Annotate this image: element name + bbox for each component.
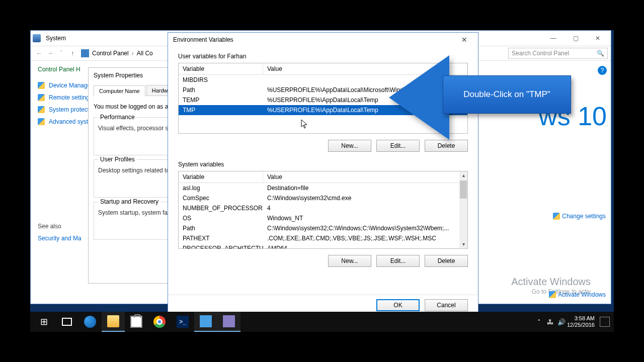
clock-date: 12/25/2016 bbox=[567, 322, 595, 328]
chevron-right-icon: › bbox=[132, 50, 134, 57]
table-row[interactable]: ComSpecC:\Windows\system32\cmd.exe bbox=[179, 193, 467, 203]
col-variable[interactable]: Variable bbox=[179, 171, 263, 183]
link-label: Change settings bbox=[562, 213, 606, 220]
taskbar-app1[interactable] bbox=[194, 312, 217, 332]
nav-back-icon[interactable]: ← bbox=[34, 50, 45, 57]
taskbar: ⊞ >_ ˄ 🖧 🔊 3:58 AM 12/25/2016 bbox=[30, 312, 614, 332]
cancel-button[interactable]: Cancel bbox=[425, 299, 468, 311]
user-vars-body[interactable]: MIBDIRSPath%USERPROFILE%\AppData\Local\M… bbox=[179, 75, 467, 133]
user-edit-button[interactable]: Edit... bbox=[376, 140, 420, 152]
sys-delete-button[interactable]: Delete bbox=[425, 255, 468, 267]
breadcrumb-1[interactable]: Control Panel bbox=[92, 50, 129, 57]
cell-value: C:\Windows\system32\cmd.exe bbox=[263, 194, 467, 202]
scroll-down-icon[interactable]: ▾ bbox=[462, 240, 465, 248]
close-button[interactable]: ✕ bbox=[587, 31, 609, 45]
sys-vars-body[interactable]: asl.logDestination=fileComSpecC:\Windows… bbox=[179, 183, 467, 248]
scrollbar[interactable]: ▴ ▾ bbox=[459, 171, 467, 248]
taskbar-app2[interactable] bbox=[217, 312, 240, 332]
maximize-button[interactable]: ▢ bbox=[565, 31, 587, 45]
help-icon[interactable]: ? bbox=[598, 66, 607, 75]
store-icon bbox=[130, 316, 142, 328]
taskbar-store[interactable] bbox=[125, 312, 148, 332]
shield-icon bbox=[38, 94, 45, 101]
table-row[interactable]: MIBDIRS bbox=[179, 75, 467, 85]
sys-new-button[interactable]: New... bbox=[328, 255, 371, 267]
taskbar-clock[interactable]: 3:58 AM 12/25/2016 bbox=[567, 315, 595, 328]
table-header: Variable Value bbox=[179, 63, 467, 75]
table-row[interactable]: NUMBER_OF_PROCESSORS4 bbox=[179, 203, 467, 213]
cell-value: %USERPROFILE%\AppData\Local\Temp bbox=[263, 106, 467, 114]
link-label: Activate Windows bbox=[558, 291, 606, 298]
start-button[interactable]: ⊞ bbox=[32, 312, 55, 332]
table-row[interactable]: Path%USERPROFILE%\AppData\Local\Microsof… bbox=[179, 85, 467, 95]
taskview-button[interactable] bbox=[55, 312, 78, 332]
cell-value: .COM;.EXE;.BAT;.CMD;.VBS;.VBE;.JS;.JSE;.… bbox=[263, 234, 467, 242]
table-row[interactable]: PROCESSOR_ARCHITECTUREAMD64 bbox=[179, 243, 467, 248]
table-row[interactable]: TMP%USERPROFILE%\AppData\Local\Temp bbox=[179, 105, 467, 115]
col-variable[interactable]: Variable bbox=[179, 63, 263, 74]
table-header: Variable Value bbox=[179, 171, 467, 183]
scroll-up-icon[interactable]: ▴ bbox=[462, 171, 465, 179]
cell-variable: PATHEXT bbox=[179, 234, 263, 242]
activate-link[interactable]: Activate Windows bbox=[549, 291, 606, 298]
table-row[interactable]: TEMP%USERPROFILE%\AppData\Local\Temp bbox=[179, 95, 467, 105]
cell-variable: Path bbox=[179, 86, 263, 94]
user-delete-button[interactable]: Delete bbox=[425, 140, 468, 152]
taskbar-chrome[interactable] bbox=[148, 312, 171, 332]
sys-vars-label: System variables bbox=[178, 161, 468, 168]
cell-variable: ComSpec bbox=[179, 194, 263, 202]
legend-performance: Performance bbox=[98, 114, 137, 121]
mouse-cursor-icon bbox=[301, 120, 308, 129]
sidebar-item-label: Device Manager bbox=[49, 82, 93, 89]
address-icon bbox=[81, 49, 89, 57]
table-row[interactable]: asl.logDestination=file bbox=[179, 183, 467, 193]
volume-icon[interactable]: 🔊 bbox=[556, 318, 567, 326]
user-new-button[interactable]: New... bbox=[328, 140, 371, 152]
breadcrumb-2[interactable]: All Co bbox=[137, 50, 153, 57]
change-settings-link[interactable]: Change settings bbox=[553, 213, 606, 220]
nav-forward-icon[interactable]: → bbox=[45, 50, 56, 57]
edge-icon bbox=[84, 316, 96, 328]
cell-variable: OS bbox=[179, 214, 263, 222]
scroll-thumb[interactable] bbox=[460, 180, 467, 199]
cell-variable: PROCESSOR_ARCHITECTURE bbox=[179, 244, 263, 248]
table-row[interactable]: OSWindows_NT bbox=[179, 213, 467, 223]
tray-overflow-icon[interactable]: ˄ bbox=[534, 318, 545, 326]
cell-value: AMD64 bbox=[263, 244, 467, 248]
sys-edit-button[interactable]: Edit... bbox=[376, 255, 420, 267]
table-row[interactable]: PATHEXT.COM;.EXE;.BAT;.CMD;.VBS;.VBE;.JS… bbox=[179, 233, 467, 243]
system-icon bbox=[33, 34, 41, 42]
col-value[interactable]: Value bbox=[263, 63, 467, 74]
taskbar-explorer[interactable] bbox=[102, 312, 125, 332]
sidebar-item-label: Security and Ma bbox=[38, 235, 82, 242]
taskbar-powershell[interactable]: >_ bbox=[171, 312, 194, 332]
shield-icon bbox=[38, 106, 45, 113]
cell-variable: TMP bbox=[179, 106, 263, 114]
col-value[interactable]: Value bbox=[263, 171, 467, 183]
tab-computer-name[interactable]: Computer Name bbox=[94, 85, 145, 96]
legend-startup: Startup and Recovery bbox=[98, 198, 160, 205]
env-title: Environment Variables bbox=[173, 36, 233, 43]
minimize-button[interactable]: — bbox=[542, 31, 565, 45]
cell-variable: asl.log bbox=[179, 184, 263, 192]
close-button[interactable]: ✕ bbox=[456, 36, 473, 44]
user-vars-table: Variable Value MIBDIRSPath%USERPROFILE%\… bbox=[178, 63, 468, 134]
sys-vars-table: Variable Value asl.logDestination=fileCo… bbox=[178, 171, 468, 249]
ok-button[interactable]: OK bbox=[376, 299, 420, 311]
cp-window-title: System bbox=[46, 35, 66, 42]
sidebar-item-label: Remote settings bbox=[49, 94, 93, 101]
taskbar-edge[interactable] bbox=[78, 312, 102, 332]
cell-variable: TEMP bbox=[179, 96, 263, 104]
app-icon bbox=[200, 315, 212, 327]
nav-recent-icon[interactable]: ˅ bbox=[56, 50, 67, 57]
sidebar-item-label: System protecti bbox=[49, 106, 91, 113]
cell-value: %USERPROFILE%\AppData\Local\Microsoft\Wi… bbox=[263, 86, 467, 94]
action-center-icon[interactable] bbox=[600, 317, 610, 327]
nav-up-icon[interactable]: ↑ bbox=[67, 50, 78, 57]
network-icon[interactable]: 🖧 bbox=[545, 318, 556, 326]
table-row[interactable]: PathC:\Windows\system32;C:\Windows;C:\Wi… bbox=[179, 223, 467, 233]
search-input[interactable]: Search Control Panel 🔍 bbox=[508, 48, 608, 59]
shield-icon bbox=[553, 213, 560, 220]
shield-icon bbox=[38, 118, 45, 125]
cell-variable: Path bbox=[179, 224, 263, 232]
